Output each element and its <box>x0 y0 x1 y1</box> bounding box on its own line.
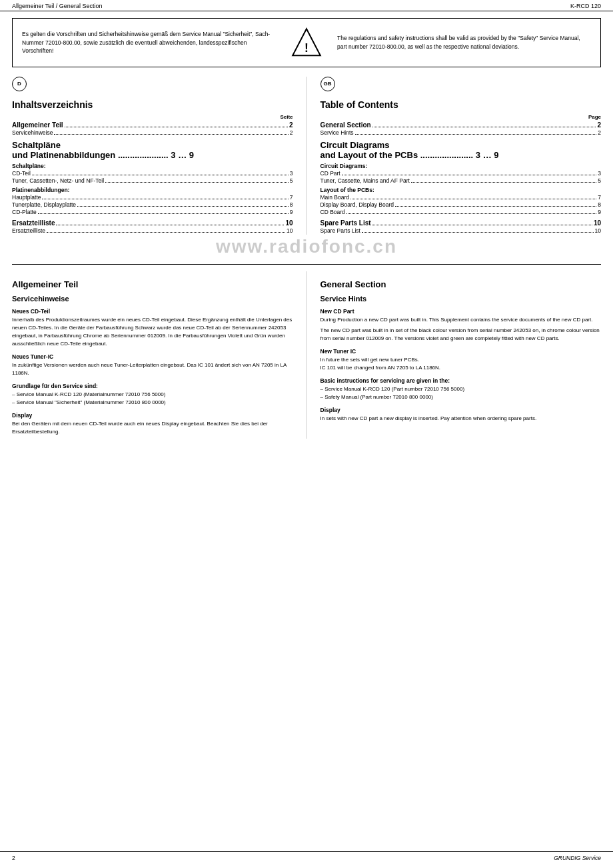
subhead-new-cd: New CD Part <box>320 308 602 315</box>
main-content-left: Allgemeiner Teil Servicehinweise Neues C… <box>12 271 307 439</box>
toc-cd-part: CD Part 3 <box>320 170 602 177</box>
toc-header-right: Page <box>320 114 602 120</box>
warning-text-left: Es gelten die Vorschriften und Sicherhei… <box>22 30 276 55</box>
header-right: K-RCD 120 <box>570 3 601 9</box>
circuit-heading: Circuit Diagrams <box>320 140 602 150</box>
subhead-neues-cd: Neues CD-Teil <box>12 308 293 315</box>
toc-section: D Inhaltsverzeichnis Seite Allgemeiner T… <box>0 77 613 235</box>
section-divider <box>12 264 601 265</box>
toc-hauptplatte: Hauptplatte 7 <box>12 194 293 201</box>
toc-entry-general: General Section 2 <box>320 121 602 129</box>
toc-ersatzteilliste: Ersatzteilliste 10 <box>12 219 293 227</box>
watermark: www.radiofonc.cn <box>0 236 613 257</box>
toc-page: 2 <box>290 129 293 136</box>
warning-text-right: The regulations and safety instructions … <box>337 34 591 51</box>
toc-entry-servicehinweise: Servicehinweise 2 <box>12 129 293 136</box>
toc-cd-teil: CD-Teil 3 <box>12 170 293 177</box>
warning-icon: ! <box>289 25 324 60</box>
toc-main-board: Main Board 7 <box>320 194 602 201</box>
subheading-schaltplane: Schaltpläne: <box>12 163 293 169</box>
toc-dots <box>54 134 288 135</box>
subhead-new-tuner-ic: New Tuner IC <box>320 348 602 355</box>
lang-badge-gb: GB <box>320 77 335 91</box>
schaltplane-subheading: und Platinenabbildungen ................… <box>12 150 293 160</box>
subhead-grundlage: Grundlage für den Service sind: <box>12 383 293 389</box>
toc-label: Allgemeiner Teil <box>12 121 63 129</box>
para-tuner-ic: In zukünftige Versionen werden auch neue… <box>12 361 293 377</box>
toc-header-left: Seite <box>12 114 293 120</box>
main-title-left: Allgemeiner Teil <box>12 279 293 289</box>
toc-spare-parts-sub: Spare Parts List 10 <box>320 227 602 234</box>
toc-title-right: Table of Contents <box>320 99 602 110</box>
circuit-subheading: and Layout of the PCBs .................… <box>320 150 602 160</box>
para-display-left: Bei den Geräten mit dem neuen CD-Teil wu… <box>12 420 293 436</box>
sub-title-left: Servicehinweise <box>12 295 293 303</box>
main-title-right: General Section <box>320 279 602 289</box>
toc-display-board: Display Board, Display Board 8 <box>320 201 602 208</box>
para-new-cd-2: The new CD part was built in in set of t… <box>320 327 602 343</box>
toc-left: D Inhaltsverzeichnis Seite Allgemeiner T… <box>12 77 307 235</box>
para-grundlage: – Service Manual K-RCD 120 (Materialnumm… <box>12 391 293 407</box>
toc-ersatzteilliste-sub: Ersatzteilliste 10 <box>12 227 293 234</box>
footer-page-number: 2 <box>12 855 15 861</box>
circuit-block: Circuit Diagrams and Layout of the PCBs … <box>320 140 602 160</box>
subhead-basic-instructions: Basic instructions for servicing are giv… <box>320 377 602 384</box>
subheading-layout-pcbs: Layout of the PCBs: <box>320 187 602 193</box>
toc-cd-platte: CD-Platte 9 <box>12 209 293 215</box>
subhead-display-right: Display <box>320 407 602 413</box>
toc-right: GB Table of Contents Page General Sectio… <box>307 77 602 235</box>
footer-brand: GRUNDIG Service <box>554 855 601 861</box>
svg-text:!: ! <box>305 41 308 55</box>
schaltplane-heading: Schaltpläne <box>12 140 293 150</box>
warning-box: Es gelten die Vorschriften und Sicherhei… <box>12 18 601 67</box>
toc-cd-board: CD Board 9 <box>320 209 602 215</box>
toc-dots <box>65 127 288 127</box>
para-display-right: In sets with new CD part a new display i… <box>320 415 602 423</box>
toc-tuner-cassette: Tuner, Cassette, Mains and AF Part 5 <box>320 177 602 184</box>
toc-tuner: Tuner, Cassetten-, Netz- und NF-Teil 5 <box>12 177 293 184</box>
toc-entry-service-hints: Service Hints 2 <box>320 129 602 136</box>
subhead-display-left: Display <box>12 412 293 419</box>
header-left: Allgemeiner Teil / General Section <box>12 3 102 9</box>
subheading-platinen: Platinenabbildungen: <box>12 187 293 193</box>
para-neues-cd: Innerhalb des Produktionszeitraumes wurd… <box>12 316 293 348</box>
para-basic-instructions: – Service Manual K-RCD 120 (Part number … <box>320 385 602 401</box>
toc-label: Servicehinweise <box>12 129 53 136</box>
toc-page: 2 <box>289 121 293 129</box>
toc-spare-parts: Spare Parts List 10 <box>320 219 602 227</box>
subheading-circuit: Circuit Diagrams: <box>320 163 602 169</box>
toc-entry-allgemeiner: Allgemeiner Teil 2 <box>12 121 293 129</box>
main-content-section: Allgemeiner Teil Servicehinweise Neues C… <box>0 271 613 439</box>
page-footer: 2 GRUNDIG Service <box>0 851 613 861</box>
para-new-cd-1: During Production a new CD part was buil… <box>320 316 602 324</box>
main-content-right: General Section Service Hints New CD Par… <box>307 271 602 439</box>
para-new-tuner-ic: In future the sets will get new tuner PC… <box>320 356 602 372</box>
schaltplane-block: Schaltpläne und Platinenabbildungen ....… <box>12 140 293 160</box>
lang-badge-de: D <box>12 77 27 91</box>
subhead-tuner-ic: Neues Tuner-IC <box>12 353 293 360</box>
toc-title-left: Inhaltsverzeichnis <box>12 99 293 110</box>
page-header: Allgemeiner Teil / General Section K-RCD… <box>0 0 613 11</box>
toc-tunerplatte: Tunerplatte, Displayplatte 8 <box>12 201 293 208</box>
sub-title-right: Service Hints <box>320 295 602 303</box>
